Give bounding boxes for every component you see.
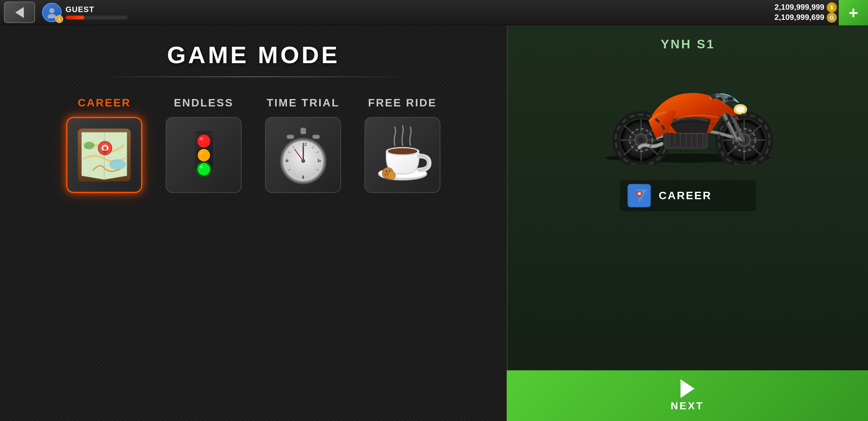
svg-rect-25 [313,135,320,139]
top-bar: 1 GUEST 2,109,999,999 $ 2,109,999,699 G … [0,0,868,25]
svg-point-41 [301,159,305,163]
svg-point-53 [389,170,390,172]
currency-row-gold: 2,109,999,699 G [774,12,837,23]
career-icon-box[interactable] [66,117,142,193]
next-arrow-icon [681,379,695,398]
user-info: GUEST [65,5,128,19]
gold-icon: G [827,12,837,23]
timetrial-stopwatch-icon: 12 3 6 9 [272,124,334,186]
currency-row-cash: 2,109,999,999 $ [774,2,837,12]
svg-point-90 [727,97,734,101]
sidebar-career-map-icon [629,185,650,207]
svg-point-5 [109,159,126,170]
svg-rect-24 [287,135,294,139]
title-divider [94,76,413,77]
freeride-icon-box[interactable] [364,117,440,193]
cash-amount: 2,109,999,999 [774,3,824,12]
endless-label: ENDLESS [174,97,233,109]
svg-point-49 [388,148,417,154]
svg-rect-23 [301,128,306,134]
freeride-label: FREE RIDE [368,97,437,109]
endless-traffic-icon [173,124,235,186]
svg-point-9 [103,146,107,150]
currency-area: 2,109,999,999 $ 2,109,999,699 G [774,2,837,23]
svg-point-65 [638,138,643,143]
sidebar-career-label: CAREER [659,189,712,202]
svg-point-0 [49,8,54,13]
add-currency-button[interactable]: + [839,0,868,25]
svg-point-16 [197,134,210,148]
right-sidebar: YNH S1 [507,25,868,421]
mode-freeride[interactable]: FREE RIDE [364,97,440,193]
freeride-coffee-icon [371,124,434,186]
sidebar-career-row: CAREER [620,180,756,211]
svg-point-55 [385,174,386,175]
bike-display [590,59,785,168]
bike-name-label: YNH S1 [661,37,715,51]
add-plus-icon: + [849,5,858,21]
svg-point-98 [638,192,640,195]
next-label: NEXT [671,400,704,412]
username-label: GUEST [65,5,128,14]
svg-point-52 [385,170,387,172]
svg-point-22 [200,165,203,168]
svg-point-17 [197,149,210,162]
content-area: GAME MODE CAREER [0,25,507,421]
svg-text:6: 6 [302,175,304,179]
cash-icon: $ [827,2,837,12]
gold-amount: 2,109,999,699 [774,13,824,22]
svg-point-56 [388,172,396,179]
svg-text:3: 3 [317,159,320,163]
mode-endless[interactable]: ENDLESS [166,97,242,193]
xp-bar-fill [65,16,84,19]
xp-bar-container [65,16,128,19]
career-map-icon [74,125,134,185]
svg-point-1 [48,14,57,18]
svg-rect-12 [195,179,213,184]
svg-point-19 [196,161,212,177]
page-title: GAME MODE [167,41,339,69]
mode-career[interactable]: CAREER [66,97,142,193]
back-arrow-icon [15,7,24,18]
svg-point-21 [200,151,203,154]
svg-text:9: 9 [286,159,288,163]
sidebar-career-icon [628,184,651,207]
svg-point-20 [200,137,203,140]
svg-point-87 [736,106,745,113]
avatar: 1 [42,3,62,22]
svg-text:12: 12 [302,142,307,147]
svg-point-6 [84,142,94,149]
user-area: 1 GUEST [42,3,128,22]
endless-icon-box[interactable] [166,117,242,193]
level-badge: 1 [55,15,63,23]
next-button[interactable]: NEXT [507,370,868,421]
timetrial-icon-box[interactable]: 12 3 6 9 [265,117,341,193]
career-label: CAREER [78,97,131,109]
modes-row: CAREER [66,97,440,193]
motorcycle-svg [590,63,785,165]
mode-timetrial[interactable]: TIME TRIAL [265,97,341,193]
timetrial-label: TIME TRIAL [267,97,339,109]
back-button[interactable] [4,2,35,23]
svg-point-88 [711,94,716,99]
